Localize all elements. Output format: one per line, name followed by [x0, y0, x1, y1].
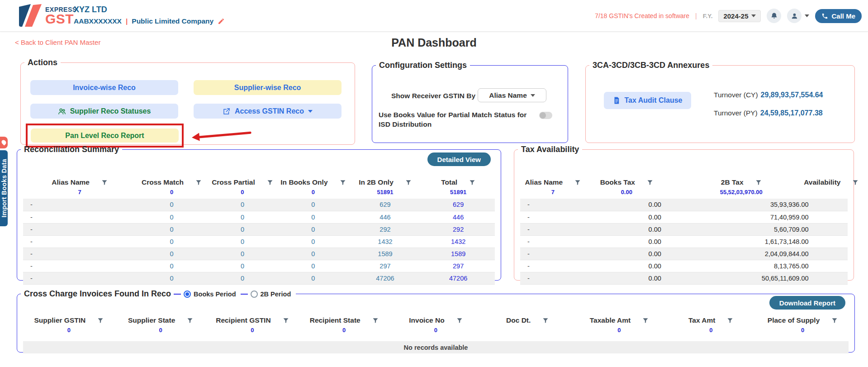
- call-me-button[interactable]: Call Me: [815, 9, 862, 23]
- column-total[interactable]: 0: [574, 327, 665, 337]
- filter-icon[interactable]: [456, 317, 463, 324]
- table-cell[interactable]: 1432: [422, 235, 495, 248]
- column-total[interactable]: 0: [136, 189, 207, 199]
- table-cell[interactable]: 446: [422, 211, 495, 223]
- table-row[interactable]: -000292292: [23, 223, 495, 235]
- table-cell[interactable]: 0: [278, 260, 348, 272]
- column-total[interactable]: 0.00: [586, 189, 668, 199]
- filter-icon[interactable]: [187, 317, 193, 324]
- table-row[interactable]: -00015891589: [23, 248, 495, 260]
- edit-icon[interactable]: [218, 18, 225, 25]
- filter-icon[interactable]: [267, 179, 273, 186]
- books-period-radio[interactable]: [184, 291, 191, 298]
- table-row[interactable]: -0.0035,93,936.00: [520, 199, 848, 211]
- supplier-reco-statuses-button[interactable]: Supplier Reco Statuses: [30, 104, 178, 119]
- table-row[interactable]: -0.0050,65,11,609.00: [520, 272, 848, 284]
- download-report-button[interactable]: Download Report: [769, 296, 845, 310]
- table-row[interactable]: -0004720647206: [23, 272, 495, 284]
- table-row[interactable]: -0.005,60,709.00: [520, 223, 848, 235]
- filter-icon[interactable]: [469, 179, 475, 186]
- table-cell[interactable]: 0: [278, 272, 348, 284]
- table-row[interactable]: -000446446: [23, 211, 495, 223]
- filter-icon[interactable]: [542, 317, 549, 324]
- table-cell[interactable]: 292: [349, 223, 422, 235]
- column-total[interactable]: 55,52,03,970.00: [668, 189, 815, 199]
- filter-icon[interactable]: [642, 317, 649, 324]
- receiver-gstin-dropdown[interactable]: Alias Name: [478, 88, 546, 102]
- column-total[interactable]: 0: [278, 189, 348, 199]
- table-cell[interactable]: 0: [278, 223, 348, 235]
- table-cell[interactable]: 47206: [422, 272, 495, 284]
- 2b-period-radio[interactable]: [251, 291, 258, 298]
- account-button[interactable]: [787, 9, 802, 23]
- invoice-wise-reco-button[interactable]: Invoice-wise Reco: [30, 80, 178, 95]
- notifications-button[interactable]: [767, 9, 781, 23]
- table-cell[interactable]: 0: [207, 211, 278, 223]
- table-cell[interactable]: 1432: [349, 235, 422, 248]
- table-row[interactable]: -0.001,61,73,148.00: [520, 235, 848, 248]
- filter-icon[interactable]: [831, 317, 838, 324]
- column-total[interactable]: 0: [298, 327, 390, 337]
- filter-icon[interactable]: [372, 317, 379, 324]
- isd-toggle[interactable]: [539, 112, 552, 119]
- table-cell[interactable]: 297: [422, 260, 495, 272]
- table-cell[interactable]: 0: [136, 235, 207, 248]
- table-cell[interactable]: 0: [278, 235, 348, 248]
- column-total[interactable]: 51891: [349, 189, 422, 199]
- table-cell[interactable]: 1589: [349, 248, 422, 260]
- table-cell[interactable]: 0: [278, 199, 348, 211]
- table-row[interactable]: -0.0071,40,959.00: [520, 211, 848, 223]
- filter-icon[interactable]: [340, 179, 346, 186]
- import-books-data-tab[interactable]: Import Books Data: [0, 150, 8, 226]
- table-cell[interactable]: 1589: [422, 248, 495, 260]
- access-gstin-reco-button[interactable]: Access GSTIN Reco: [194, 104, 342, 119]
- filter-icon[interactable]: [195, 179, 202, 186]
- table-cell[interactable]: 0: [207, 199, 278, 211]
- table-cell[interactable]: 297: [349, 260, 422, 272]
- table-cell[interactable]: 292: [422, 223, 495, 235]
- table-cell[interactable]: 446: [349, 211, 422, 223]
- table-cell[interactable]: 0: [207, 260, 278, 272]
- filter-icon[interactable]: [283, 317, 289, 324]
- column-total[interactable]: 0: [23, 327, 115, 337]
- column-total[interactable]: 7: [23, 189, 136, 199]
- column-total[interactable]: 0: [757, 327, 849, 337]
- table-row[interactable]: -0.008,13,765.00: [520, 260, 848, 272]
- books-data-flag[interactable]: [0, 137, 8, 148]
- column-total[interactable]: 0: [665, 327, 757, 337]
- filter-icon[interactable]: [101, 179, 108, 186]
- filter-icon[interactable]: [97, 317, 104, 324]
- financial-year-select[interactable]: 2024-25: [718, 10, 761, 22]
- table-cell[interactable]: 0: [278, 248, 348, 260]
- table-cell[interactable]: 0: [136, 211, 207, 223]
- table-row[interactable]: -00014321432: [23, 235, 495, 248]
- filter-icon[interactable]: [647, 179, 653, 186]
- filter-icon[interactable]: [755, 179, 762, 186]
- supplier-wise-reco-button[interactable]: Supplier-wise Reco: [194, 80, 342, 95]
- filter-icon[interactable]: [852, 179, 859, 186]
- pan-level-reco-report-button[interactable]: Pan Level Reco Report: [31, 129, 179, 143]
- table-row[interactable]: -000297297: [23, 260, 495, 272]
- column-total[interactable]: 0: [207, 327, 299, 337]
- filter-icon[interactable]: [405, 179, 412, 186]
- column-total[interactable]: 7: [520, 189, 586, 199]
- table-cell[interactable]: 0: [136, 248, 207, 260]
- column-total[interactable]: 0: [115, 327, 207, 337]
- table-cell[interactable]: 0: [136, 260, 207, 272]
- table-cell[interactable]: 47206: [349, 272, 422, 284]
- filter-icon[interactable]: [574, 179, 581, 186]
- table-cell[interactable]: 629: [349, 199, 422, 211]
- table-cell[interactable]: 0: [207, 235, 278, 248]
- table-cell[interactable]: 0: [207, 272, 278, 284]
- tax-audit-clause-button[interactable]: Tax Audit Clause: [604, 92, 691, 109]
- column-total[interactable]: 0: [207, 189, 278, 199]
- filter-icon[interactable]: [727, 317, 733, 324]
- account-caret-icon[interactable]: [805, 14, 809, 17]
- table-cell[interactable]: 0: [136, 272, 207, 284]
- table-cell[interactable]: 0: [207, 248, 278, 260]
- table-cell[interactable]: 629: [422, 199, 495, 211]
- detailed-view-button[interactable]: Detailed View: [427, 153, 491, 166]
- column-total[interactable]: 0: [390, 327, 482, 337]
- table-cell[interactable]: 0: [136, 223, 207, 235]
- table-cell[interactable]: 0: [136, 199, 207, 211]
